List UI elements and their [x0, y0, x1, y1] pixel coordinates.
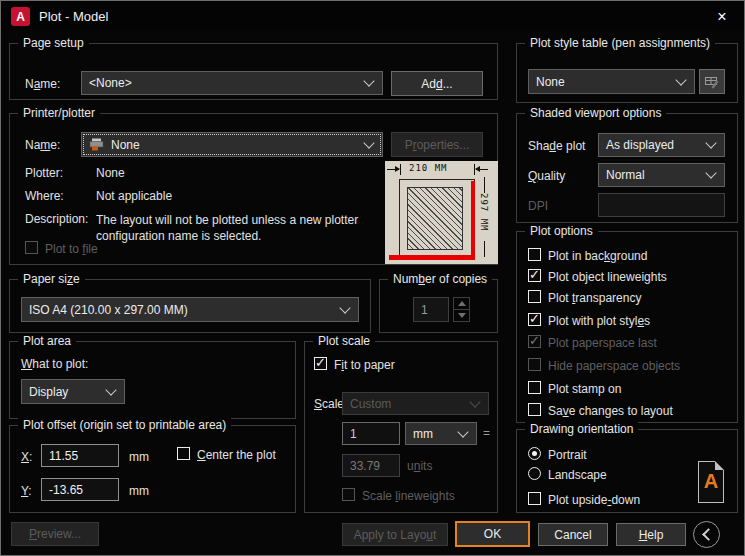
chevron-down-icon	[705, 167, 716, 178]
save-changes-to-layout-label: Save changes to layout	[548, 404, 673, 418]
scale-denominator-value: 33.79	[350, 459, 380, 473]
fit-to-paper-label: Fit to paper	[334, 358, 395, 372]
plot-scale-title: Plot scale	[313, 334, 375, 348]
save-changes-to-layout-checkbox[interactable]	[528, 403, 541, 416]
plot-in-background-checkbox[interactable]	[528, 248, 541, 261]
preview-height-dimension: 297 MM	[479, 193, 489, 232]
chevron-down-icon	[105, 384, 116, 395]
portrait-radio[interactable]	[528, 447, 541, 460]
window-title: Plot - Model	[39, 9, 108, 24]
cancel-button[interactable]: Cancel	[538, 523, 608, 546]
orientation-paper-icon: A	[698, 461, 724, 503]
page-setup-name-select[interactable]: <None>	[81, 71, 383, 95]
scale-denominator-input[interactable]: 33.79	[342, 454, 400, 477]
center-plot-checkbox[interactable]	[177, 447, 190, 460]
chevron-down-icon	[363, 75, 374, 86]
plot-upside-down-checkbox[interactable]	[528, 492, 541, 505]
shade-plot-label: Shade plot	[528, 139, 585, 153]
chevron-down-icon	[469, 396, 480, 407]
x-unit-label: mm	[129, 450, 149, 464]
what-to-plot-label: What to plot:	[21, 357, 88, 371]
properties-button[interactable]: Properties...	[391, 132, 483, 157]
dpi-input[interactable]	[598, 193, 725, 217]
scale-lineweights-checkbox[interactable]	[342, 488, 355, 501]
chevron-down-icon	[705, 137, 716, 148]
plot-offset-title: Plot offset (origin set to printable are…	[18, 418, 231, 432]
plot-style-select[interactable]: None	[528, 69, 695, 94]
plot-style-editor-button[interactable]	[699, 69, 725, 94]
what-to-plot-value: Display	[29, 385, 68, 399]
y-offset-label: Y:	[21, 484, 32, 498]
description-value: The layout will not be plotted unless a …	[96, 212, 384, 244]
add-button[interactable]: Add...	[391, 71, 483, 96]
scale-unit-select[interactable]: mm	[405, 422, 477, 445]
plot-style-value: None	[536, 75, 565, 89]
autocad-logo-icon: A	[11, 7, 30, 26]
shade-plot-select[interactable]: As displayed	[598, 133, 725, 157]
page-setup-name-label: Name:	[25, 77, 60, 91]
hide-paperspace-objects-label: Hide paperspace objects	[548, 359, 680, 373]
plot-stamp-on-checkbox[interactable]	[528, 381, 541, 394]
quality-select[interactable]: Normal	[598, 163, 725, 187]
preview-button[interactable]: Preview...	[11, 522, 99, 546]
scale-lineweights-label: Scale lineweights	[362, 489, 455, 503]
spinner-up-button[interactable]	[454, 298, 469, 310]
plot-style-table-title: Plot style table (pen assignments)	[525, 36, 715, 50]
y-offset-input[interactable]: -13.65	[41, 478, 119, 501]
printer-title: Printer/plotter	[18, 106, 100, 120]
plot-transparency-label: Plot transparency	[548, 291, 641, 305]
plot-stamp-on-label: Plot stamp on	[548, 382, 621, 396]
plot-to-file-label: Plot to file	[45, 242, 98, 256]
paper-preview: 210 MM 297 MM	[385, 161, 498, 264]
chevron-down-icon	[363, 137, 374, 148]
shade-plot-value: As displayed	[606, 138, 674, 152]
scale-numerator-input[interactable]: 1	[342, 422, 400, 445]
what-to-plot-select[interactable]: Display	[21, 379, 125, 404]
paper-size-value: ISO A4 (210.00 x 297.00 MM)	[29, 303, 188, 317]
copies-input[interactable]: 1	[413, 297, 449, 322]
landscape-label: Landscape	[548, 468, 607, 482]
y-offset-value: -13.65	[49, 483, 83, 497]
printer-name-value: None	[111, 138, 140, 152]
plot-dialog: A Plot - Model × Page setup Name: <None>…	[0, 0, 745, 556]
y-unit-label: mm	[129, 484, 149, 498]
fit-to-paper-checkbox[interactable]	[314, 357, 327, 370]
x-offset-value: 11.55	[49, 449, 78, 463]
preview-width-dimension: 210 MM	[409, 163, 448, 173]
page-setup-name-value: <None>	[89, 76, 132, 90]
plot-transparency-checkbox[interactable]	[528, 290, 541, 303]
chevron-down-icon	[457, 426, 468, 437]
dpi-label: DPI	[528, 199, 548, 213]
ok-button[interactable]: OK	[455, 521, 530, 547]
x-offset-label: X:	[21, 450, 32, 464]
scale-numerator-value: 1	[350, 427, 357, 441]
arrow-up-icon	[458, 301, 466, 306]
plot-paperspace-last-label: Plot paperspace last	[548, 336, 657, 350]
plot-with-plot-styles-checkbox[interactable]	[528, 313, 541, 326]
apply-to-layout-button[interactable]: Apply to Layout	[342, 523, 448, 546]
plot-object-lineweights-checkbox[interactable]	[528, 269, 541, 282]
collapse-options-button[interactable]	[693, 521, 720, 548]
plot-area-title: Plot area	[18, 334, 76, 348]
scale-select[interactable]: Custom	[342, 392, 489, 415]
plot-with-plot-styles-label: Plot with plot styles	[548, 314, 650, 328]
hide-paperspace-objects-checkbox[interactable]	[528, 358, 541, 371]
paper-size-title: Paper size	[18, 272, 85, 286]
plot-object-lineweights-label: Plot object lineweights	[548, 270, 667, 284]
help-button[interactable]: Help	[616, 523, 686, 546]
spinner-down-button[interactable]	[454, 310, 469, 321]
plot-paperspace-last-checkbox[interactable]	[528, 335, 541, 348]
copies-title: Number of copies	[388, 272, 492, 286]
close-icon[interactable]: ×	[712, 7, 732, 27]
quality-value: Normal	[606, 168, 645, 182]
pen-table-edit-icon	[704, 75, 720, 89]
plot-to-file-checkbox[interactable]	[25, 241, 38, 254]
printer-name-select[interactable]: None	[81, 132, 383, 157]
x-offset-input[interactable]: 11.55	[41, 444, 119, 467]
landscape-radio[interactable]	[528, 467, 541, 480]
folded-corner-icon	[715, 461, 724, 470]
paper-size-select[interactable]: ISO A4 (210.00 x 297.00 MM)	[21, 297, 359, 322]
drawing-orientation-title: Drawing orientation	[525, 422, 638, 436]
plot-upside-down-label: Plot upside-down	[548, 493, 640, 507]
printer-name-label: Name:	[25, 138, 60, 152]
